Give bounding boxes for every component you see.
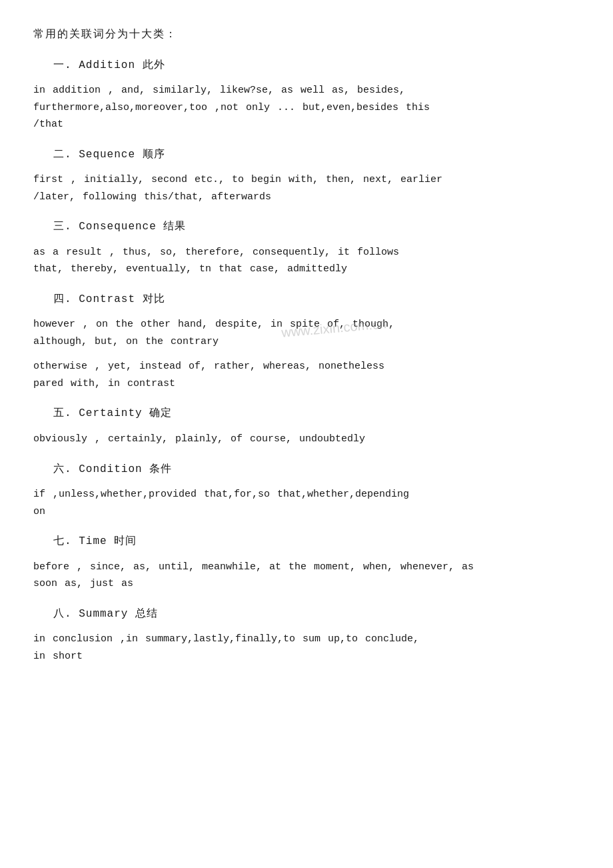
section-contrast: 四. Contrast 对比 however , on the other ha… [33, 291, 580, 393]
intro-text: 常用的关联词分为十大类： [33, 27, 580, 44]
section-heading-consequence: 三. Consequence 结果 [33, 219, 580, 236]
section-heading-sequence: 二. Sequence 顺序 [33, 147, 580, 164]
section-body-contrast-part1: however , on the other hand, despite, in… [33, 316, 580, 350]
section-body-addition: in addition , and, similarly, likew?se, … [33, 82, 580, 133]
section-body-contrast-part2: otherwise , yet, instead of, rather, whe… [33, 358, 580, 392]
section-time: 七. Time 时间 before , since, as, until, me… [33, 533, 580, 593]
page-content: 常用的关联词分为十大类： 一. Addition 此外 in addition … [33, 27, 580, 665]
section-heading-addition: 一. Addition 此外 [33, 57, 580, 75]
section-heading-summary: 八. Summary 总结 [33, 606, 580, 623]
section-summary: 八. Summary 总结 in conclusion ,in summary,… [33, 606, 580, 665]
section-heading-time: 七. Time 时间 [33, 533, 580, 551]
section-heading-certainty: 五. Certainty 确定 [33, 405, 580, 423]
section-body-summary: in conclusion ,in summary,lastly,finally… [33, 631, 580, 665]
section-condition: 六. Condition 条件 if ,unless,whether,provi… [33, 461, 580, 521]
section-body-condition: if ,unless,whether,provided that,for,so … [33, 486, 580, 520]
section-body-sequence: first , initially, second etc., to begin… [33, 171, 580, 205]
section-heading-contrast: 四. Contrast 对比 [33, 291, 580, 309]
section-body-time: before , since, as, until, meanwhile, at… [33, 559, 580, 593]
section-heading-condition: 六. Condition 条件 [33, 461, 580, 479]
section-sequence: 二. Sequence 顺序 first , initially, second… [33, 147, 580, 206]
section-addition: 一. Addition 此外 in addition , and, simila… [33, 57, 580, 133]
section-body-consequence: as a result , thus, so, therefore, conse… [33, 244, 580, 278]
section-body-certainty: obviously , certainly, plainly, of cours… [33, 431, 580, 448]
section-consequence: 三. Consequence 结果 as a result , thus, so… [33, 219, 580, 278]
section-certainty: 五. Certainty 确定 obviously , certainly, p… [33, 405, 580, 447]
